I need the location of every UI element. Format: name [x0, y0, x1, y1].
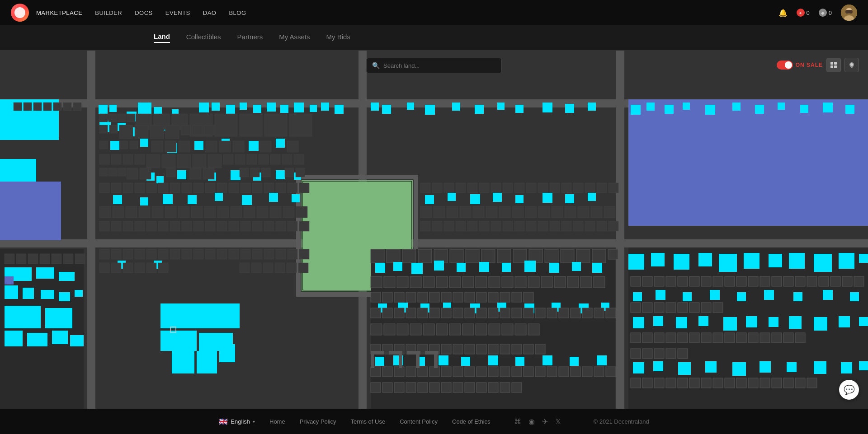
nav-dao[interactable]: DAO — [203, 9, 217, 16]
toggle-switch[interactable] — [777, 61, 793, 70]
svg-rect-566 — [512, 383, 522, 392]
svg-rect-203 — [241, 221, 250, 231]
nav-blog[interactable]: BLOG — [229, 9, 246, 16]
pin-view-button[interactable] — [844, 58, 859, 72]
grid-view-button[interactable] — [826, 58, 841, 72]
svg-rect-363 — [436, 276, 448, 288]
nav-marketplace[interactable]: MARKETPLACE — [36, 9, 82, 16]
svg-rect-282 — [5, 276, 14, 285]
svg-rect-454 — [736, 276, 746, 286]
svg-rect-64 — [732, 103, 741, 111]
svg-rect-188 — [270, 206, 281, 218]
svg-rect-497 — [678, 333, 688, 343]
svg-rect-348 — [393, 262, 402, 271]
tab-my-bids[interactable]: My Bids — [326, 33, 350, 42]
svg-rect-584 — [732, 362, 746, 376]
footer-home-link[interactable]: Home — [269, 418, 285, 425]
svg-rect-360 — [397, 276, 408, 288]
svg-rect-116 — [146, 154, 160, 168]
svg-rect-494 — [642, 333, 652, 343]
svg-rect-261 — [561, 221, 571, 231]
map-area[interactable]: 🔍 ON SALE 💬 — [0, 51, 868, 409]
svg-rect-207 — [288, 221, 297, 231]
footer-content-link[interactable]: Content Policy — [400, 418, 438, 425]
svg-rect-214 — [479, 183, 489, 193]
twitter-icon[interactable]: 𝕏 — [555, 417, 561, 426]
svg-rect-287 — [52, 331, 68, 344]
svg-rect-89 — [150, 125, 164, 139]
svg-rect-442 — [814, 254, 832, 272]
svg-rect-307 — [160, 303, 240, 328]
tab-my-assets[interactable]: My Assets — [279, 33, 310, 42]
svg-rect-76 — [127, 114, 135, 122]
chat-button[interactable]: 💬 — [839, 380, 859, 400]
svg-rect-514 — [441, 344, 451, 354]
svg-rect-535 — [394, 367, 404, 377]
svg-rect-564 — [488, 383, 498, 392]
svg-rect-448 — [666, 276, 676, 286]
svg-rect-449 — [678, 276, 688, 286]
notifications-icon[interactable]: 🔔 — [778, 9, 788, 17]
discord-icon[interactable]: ⌘ — [514, 417, 521, 426]
svg-rect-300 — [229, 249, 239, 259]
svg-rect-275 — [36, 267, 54, 279]
svg-rect-444 — [859, 254, 868, 263]
footer-privacy-link[interactable]: Privacy Policy — [300, 418, 336, 425]
svg-rect-417 — [571, 308, 580, 318]
reddit-icon[interactable]: ◉ — [528, 417, 535, 426]
svg-rect-499 — [701, 333, 711, 343]
search-input[interactable] — [383, 62, 496, 69]
svg-rect-425 — [423, 324, 434, 335]
svg-rect-161 — [241, 183, 250, 193]
footer-terms-link[interactable]: Terms of Use — [351, 418, 386, 425]
tab-collectibles[interactable]: Collectibles — [186, 33, 221, 42]
nav-events[interactable]: EVENTS — [165, 9, 190, 16]
tab-land[interactable]: Land — [154, 33, 170, 43]
svg-rect-503 — [748, 333, 758, 343]
svg-rect-286 — [27, 333, 47, 346]
svg-rect-47 — [382, 105, 391, 114]
svg-rect-50 — [452, 103, 460, 111]
svg-rect-556 — [394, 383, 404, 392]
tab-partners[interactable]: Partners — [237, 33, 263, 42]
svg-rect-156 — [182, 183, 192, 193]
svg-rect-588 — [841, 362, 852, 373]
svg-rect-388 — [512, 292, 522, 302]
svg-rect-539 — [441, 367, 451, 377]
svg-rect-265 — [609, 221, 618, 231]
svg-rect-457 — [772, 276, 782, 286]
flag-icon: 🇬🇧 — [219, 417, 228, 426]
nav-builder[interactable]: BUILDER — [95, 9, 122, 16]
svg-rect-53 — [515, 105, 524, 113]
svg-rect-547 — [535, 367, 545, 377]
svg-rect-162 — [252, 183, 262, 193]
svg-rect-608 — [834, 62, 837, 65]
footer-ethics-link[interactable]: Code of Ethics — [452, 418, 491, 425]
language-selector[interactable]: 🇬🇧 English ▾ — [219, 417, 255, 426]
svg-rect-311 — [197, 351, 217, 373]
land-map[interactable] — [0, 51, 868, 409]
svg-rect-37 — [226, 105, 235, 114]
svg-rect-19 — [24, 103, 32, 111]
svg-rect-305 — [288, 249, 297, 259]
svg-rect-528 — [488, 355, 498, 365]
svg-rect-592 — [654, 378, 664, 388]
svg-rect-243 — [538, 206, 550, 218]
svg-rect-500 — [713, 333, 723, 343]
svg-rect-582 — [678, 362, 691, 375]
telegram-icon[interactable]: ✈ — [542, 417, 548, 426]
user-avatar[interactable] — [841, 5, 857, 21]
brand-logo[interactable] — [11, 4, 29, 22]
svg-rect-401 — [382, 308, 392, 318]
svg-rect-40 — [267, 103, 276, 112]
svg-rect-239 — [486, 206, 497, 218]
svg-rect-450 — [689, 276, 699, 286]
svg-rect-518 — [488, 344, 498, 354]
svg-rect-476 — [654, 303, 664, 313]
nav-docs[interactable]: DOCS — [135, 9, 153, 16]
svg-rect-477 — [666, 303, 676, 313]
svg-rect-298 — [205, 249, 215, 259]
svg-rect-199 — [193, 221, 203, 231]
svg-rect-586 — [787, 362, 797, 372]
svg-rect-521 — [524, 344, 533, 354]
